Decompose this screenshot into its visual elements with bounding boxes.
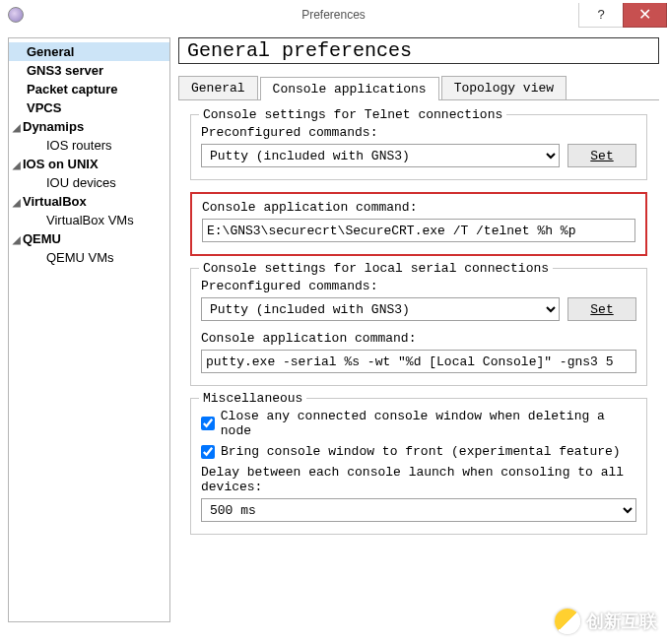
tree-item-label: QEMU VMs xyxy=(46,250,114,265)
bring-front-label: Bring console window to front (experimen… xyxy=(221,444,621,459)
content-pane: General preferences GeneralConsole appli… xyxy=(178,37,659,622)
tree-item-dynamips[interactable]: ◢Dynamips xyxy=(9,117,169,136)
help-button[interactable]: ? xyxy=(578,3,623,28)
watermark-logo xyxy=(555,609,580,634)
tree-item-label: VirtualBox VMs xyxy=(46,213,134,227)
tree-item-ios-routers[interactable]: IOS routers xyxy=(9,136,169,155)
tree-item-vpcs[interactable]: VPCS xyxy=(9,98,169,117)
close-on-delete-input[interactable] xyxy=(201,417,215,430)
tree-expand-icon[interactable]: ◢ xyxy=(13,122,23,133)
page-title: General preferences xyxy=(178,37,659,64)
tab-row: GeneralConsole applicationsTopology view xyxy=(178,76,659,100)
tab-panel: Console settings for Telnet connections … xyxy=(178,106,659,554)
close-button[interactable]: ✕ xyxy=(623,3,667,28)
telnet-group: Console settings for Telnet connections … xyxy=(190,114,647,180)
serial-group: Console settings for local serial connec… xyxy=(190,268,647,386)
serial-preconfig-label: Preconfigured commands: xyxy=(201,279,636,293)
tab-topology-view[interactable]: Topology view xyxy=(441,76,567,99)
watermark: 创新互联 xyxy=(555,609,657,634)
tree-item-virtualbox-vms[interactable]: VirtualBox VMs xyxy=(9,211,169,229)
tree-item-label: Dynamips xyxy=(23,119,84,134)
tree-item-qemu-vms[interactable]: QEMU VMs xyxy=(9,248,169,267)
tree-item-label: VPCS xyxy=(27,100,61,115)
tree-item-packet-capture[interactable]: Packet capture xyxy=(9,80,169,98)
tree-item-label: General xyxy=(27,44,74,59)
watermark-text: 创新互联 xyxy=(586,610,657,633)
tree-expand-icon[interactable]: ◢ xyxy=(13,234,23,245)
tree-expand-icon[interactable]: ◢ xyxy=(13,160,23,170)
serial-preconfig-select[interactable]: Putty (included with GNS3) xyxy=(201,297,560,321)
tab-console-applications[interactable]: Console applications xyxy=(260,77,439,100)
tree-expand-icon[interactable]: ◢ xyxy=(13,197,23,208)
tree-item-gns3-server[interactable]: GNS3 server xyxy=(9,61,169,80)
serial-group-label: Console settings for local serial connec… xyxy=(199,261,553,276)
delay-select[interactable]: 500 ms xyxy=(201,498,636,522)
tab-general[interactable]: General xyxy=(178,76,258,99)
tree-item-label: Packet capture xyxy=(27,82,118,97)
window-title: Preferences xyxy=(301,8,366,22)
tree-item-label: IOS on UNIX xyxy=(23,157,99,171)
telnet-command-input[interactable] xyxy=(202,219,635,242)
tree-item-label: GNS3 server xyxy=(27,63,103,78)
close-on-delete-label: Close any connected console window when … xyxy=(221,409,636,438)
delay-label: Delay between each console launch when c… xyxy=(201,465,636,494)
misc-group: Miscellaneous Close any connected consol… xyxy=(190,398,647,535)
tree-item-ios-on-unix[interactable]: ◢IOS on UNIX xyxy=(9,155,169,173)
app-icon xyxy=(8,7,24,23)
tree-item-general[interactable]: General xyxy=(9,42,169,61)
tree-item-iou-devices[interactable]: IOU devices xyxy=(9,173,169,192)
tree-item-label: QEMU xyxy=(23,231,61,246)
window-titlebar: Preferences ? ✕ xyxy=(0,0,667,30)
misc-group-label: Miscellaneous xyxy=(199,391,306,406)
tree-item-label: IOS routers xyxy=(46,138,111,153)
tree-item-label: IOU devices xyxy=(46,175,116,190)
telnet-group-label: Console settings for Telnet connections xyxy=(199,107,506,122)
tree-item-qemu[interactable]: ◢QEMU xyxy=(9,229,169,248)
nav-tree: GeneralGNS3 serverPacket captureVPCS◢Dyn… xyxy=(8,37,170,622)
bring-front-checkbox[interactable]: Bring console window to front (experimen… xyxy=(201,444,636,459)
telnet-command-group: Console application command: xyxy=(190,192,647,256)
telnet-preconfig-select[interactable]: Putty (included with GNS3) xyxy=(201,144,560,167)
telnet-set-button[interactable]: Set xyxy=(567,144,636,167)
serial-set-button[interactable]: Set xyxy=(567,297,636,321)
tree-item-label: VirtualBox xyxy=(23,194,87,209)
serial-command-label: Console application command: xyxy=(201,331,636,346)
bring-front-input[interactable] xyxy=(201,445,215,459)
telnet-preconfig-label: Preconfigured commands: xyxy=(201,125,636,140)
telnet-command-label: Console application command: xyxy=(202,200,635,215)
close-on-delete-checkbox[interactable]: Close any connected console window when … xyxy=(201,409,636,438)
tree-item-virtualbox[interactable]: ◢VirtualBox xyxy=(9,192,169,211)
serial-command-input[interactable] xyxy=(201,350,636,373)
